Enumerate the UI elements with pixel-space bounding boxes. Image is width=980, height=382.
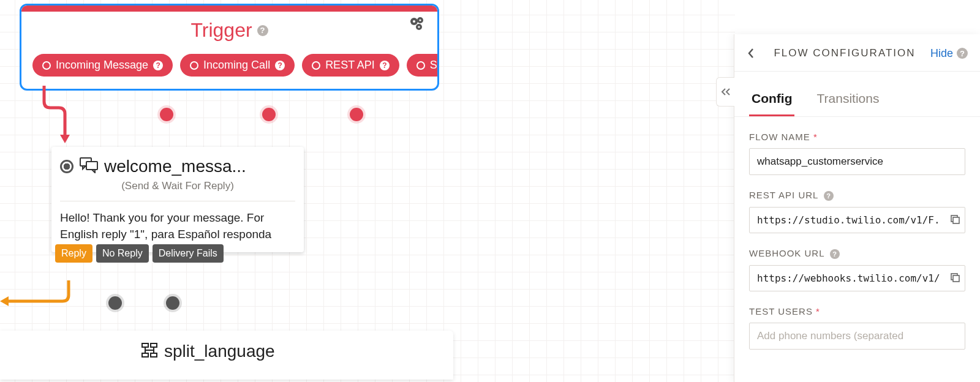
- trigger-topbar: [21, 6, 437, 12]
- trigger-outputs: Incoming Message ? Incoming Call ? REST …: [21, 48, 437, 89]
- hide-panel-button[interactable]: Hide ?: [930, 47, 968, 60]
- trigger-title-text: Trigger: [190, 19, 252, 42]
- panel-tabs: Config Transitions: [734, 91, 980, 117]
- trigger-output-rest-api[interactable]: REST API ?: [302, 54, 399, 77]
- port-dot[interactable]: [350, 108, 363, 121]
- widget-subtitle: (Send & Wait For Reply): [51, 180, 304, 201]
- port-dot[interactable]: [262, 108, 276, 121]
- svg-point-3: [419, 19, 421, 21]
- svg-rect-10: [142, 343, 148, 347]
- svg-point-1: [413, 20, 415, 23]
- copy-icon[interactable]: [949, 272, 960, 285]
- svg-rect-17: [953, 275, 959, 282]
- svg-rect-9: [86, 162, 97, 170]
- tag-label: No Reply: [102, 248, 143, 258]
- port-dot[interactable]: [166, 296, 179, 310]
- collapse-panel-button[interactable]: [716, 77, 734, 107]
- label-text: WEBHOOK URL: [749, 248, 824, 258]
- svg-point-5: [418, 26, 420, 28]
- svg-rect-11: [151, 343, 157, 347]
- trigger-output-incoming-message[interactable]: Incoming Message ?: [32, 54, 173, 77]
- svg-rect-13: [151, 353, 157, 357]
- test-users-input[interactable]: [749, 323, 965, 350]
- output-reply[interactable]: Reply: [55, 244, 92, 263]
- state-dot-icon: [60, 160, 74, 173]
- tab-transitions[interactable]: Transitions: [814, 91, 881, 116]
- pill-label: REST API: [325, 59, 375, 72]
- gear-icon[interactable]: [409, 17, 426, 34]
- svg-rect-12: [142, 353, 148, 357]
- label-text: REST API URL: [749, 190, 818, 200]
- test-users-label: TEST USERS *: [749, 306, 965, 316]
- widget-title: welcome_messa...: [104, 157, 246, 176]
- required-marker: *: [816, 306, 820, 316]
- trigger-output-subflow[interactable]: Subflow ?: [407, 54, 439, 77]
- help-icon[interactable]: ?: [830, 249, 840, 259]
- trigger-title: Trigger ?: [190, 19, 268, 42]
- flow-name-input[interactable]: [749, 148, 965, 175]
- panel-title: FLOW CONFIGURATION: [766, 47, 923, 59]
- svg-marker-6: [60, 135, 70, 143]
- pill-label: Incoming Call: [203, 59, 270, 72]
- flow-canvas[interactable]: Trigger ? Incoming Message ? Incoming Ca…: [0, 0, 735, 382]
- webhook-input[interactable]: [749, 265, 965, 291]
- tab-config[interactable]: Config: [749, 91, 794, 116]
- port-dot[interactable]: [108, 296, 122, 310]
- required-marker: *: [813, 132, 818, 142]
- widget-title: split_language: [164, 342, 275, 361]
- chat-icon: [80, 157, 98, 176]
- port-icon: [190, 61, 198, 70]
- help-icon[interactable]: ?: [257, 25, 268, 36]
- output-no-reply[interactable]: No Reply: [96, 244, 149, 263]
- svg-marker-7: [0, 296, 9, 306]
- rest-api-input[interactable]: [749, 207, 965, 233]
- tag-label: Reply: [61, 248, 86, 258]
- pill-label: Incoming Message: [56, 59, 148, 72]
- output-delivery-fails[interactable]: Delivery Fails: [153, 244, 224, 263]
- split-icon: [141, 342, 158, 361]
- label-text: TEST USERS: [749, 306, 813, 316]
- config-form: FLOW NAME * REST API URL ? WEBHOOK URL ?…: [734, 117, 980, 379]
- help-icon[interactable]: ?: [824, 191, 834, 201]
- port-icon: [312, 61, 320, 70]
- help-icon[interactable]: ?: [380, 61, 390, 70]
- help-icon[interactable]: ?: [153, 61, 163, 70]
- trigger-widget[interactable]: Trigger ? Incoming Message ? Incoming Ca…: [20, 4, 439, 91]
- config-panel: FLOW CONFIGURATION Hide ? Config Transit…: [734, 34, 980, 382]
- port-icon: [417, 61, 425, 70]
- help-icon[interactable]: ?: [957, 48, 968, 59]
- webhook-label: WEBHOOK URL ?: [749, 248, 965, 259]
- port-icon: [42, 61, 51, 70]
- hide-label: Hide: [930, 47, 953, 60]
- flow-name-label: FLOW NAME *: [749, 132, 965, 142]
- tag-label: Delivery Fails: [159, 248, 217, 258]
- back-button[interactable]: [743, 45, 759, 61]
- rest-api-label: REST API URL ?: [749, 190, 965, 201]
- help-icon[interactable]: ?: [275, 61, 285, 70]
- trigger-output-incoming-call[interactable]: Incoming Call ?: [180, 54, 295, 77]
- svg-rect-15: [953, 217, 959, 223]
- welcome-message-widget[interactable]: welcome_messa... (Send & Wait For Reply)…: [51, 147, 304, 252]
- pill-label: Subflow: [430, 59, 439, 72]
- split-language-widget[interactable]: split_language: [0, 331, 453, 380]
- label-text: FLOW NAME: [749, 132, 810, 142]
- copy-icon[interactable]: [949, 214, 960, 227]
- port-dot[interactable]: [160, 108, 173, 121]
